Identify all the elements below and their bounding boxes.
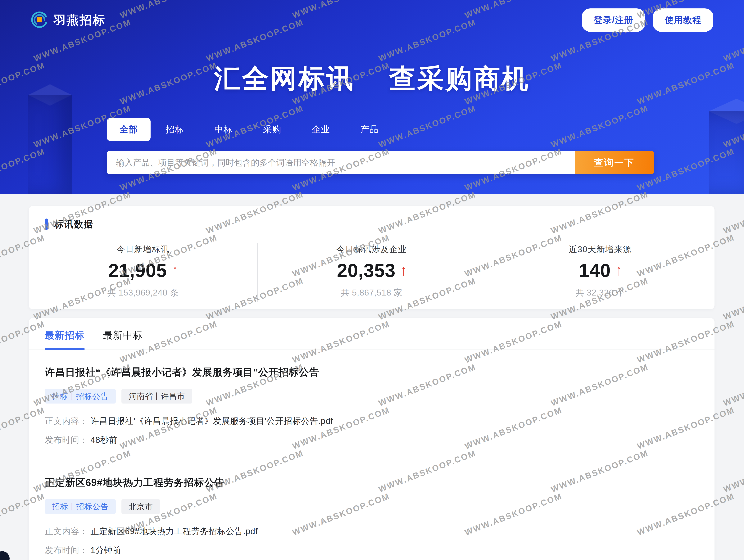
watermark-text: WWW.ABSKOOP.COM — [722, 448, 744, 494]
section-marker-bar — [45, 219, 48, 230]
tab-winning[interactable]: 中标 — [199, 118, 248, 141]
trend-up-icon: ↑ — [401, 261, 406, 279]
stat-value: 140 — [579, 260, 611, 281]
stats-row: 今日新增标讯 21,905 ↑ 共 153,969,240 条 今日标讯涉及企业… — [29, 242, 714, 298]
tutorial-button[interactable]: 使用教程 — [653, 8, 713, 32]
cube-body-face — [28, 95, 72, 194]
hero-title-left: 汇全网标讯 — [214, 61, 355, 97]
stat-value: 20,353 — [337, 260, 396, 281]
tab-all[interactable]: 全部 — [107, 118, 151, 141]
stat-enterprises-today: 今日标讯涉及企业 20,353 ↑ 共 5,867,518 家 — [257, 242, 486, 298]
watermark-text: WWW.ABSKOOP.COM — [722, 190, 744, 236]
time-label: 发布时间： — [45, 546, 88, 555]
stat-total: 共 32,326 个 — [486, 287, 714, 298]
stat-total: 共 5,867,518 家 — [257, 287, 486, 298]
item-time-row: 发布时间： 1分钟前 — [45, 545, 698, 556]
content-label: 正文内容： — [45, 526, 88, 536]
cube-decoration-right — [709, 99, 744, 194]
list-item: 许昌日报社“《许昌晨报小记者》发展服务项目”公开招标公告 招标丨招标公告 河南省… — [29, 366, 714, 460]
stat-value-row: 21,905 ↑ — [29, 260, 257, 281]
cube-body-face — [709, 111, 744, 194]
item-title-link[interactable]: 正定新区69#地块热力工程劳务招标公告 — [45, 476, 698, 489]
stat-label: 今日新增标讯 — [29, 244, 257, 255]
stat-label: 今日标讯涉及企业 — [257, 244, 486, 255]
tab-latest-winnings[interactable]: 最新中标 — [103, 329, 143, 349]
stats-card: 标讯数据 今日新增标讯 21,905 ↑ 共 153,969,240 条 今日标… — [29, 206, 714, 309]
stat-new-sources-30days: 近30天新增来源 140 ↑ 共 32,326 个 — [486, 242, 714, 298]
hero-section: 羽燕招标 登录/注册 使用教程 汇全网标讯 查采购商机 全部 招标 中标 采购 … — [0, 0, 744, 194]
stat-value-row: 140 ↑ — [486, 260, 714, 281]
login-register-button[interactable]: 登录/注册 — [582, 8, 645, 32]
watermark-text: WWW.ABSKOOP.COM — [722, 362, 744, 408]
list-tabs: 最新招标 最新中标 — [29, 318, 714, 350]
content-value: 许昌日报社'《许昌晨报小记者》发展服务项目'公开招标公告.pdf — [90, 416, 333, 425]
stats-section-header: 标讯数据 — [29, 206, 714, 230]
time-label: 发布时间： — [45, 435, 88, 445]
search-bar: 查询一下 — [107, 151, 654, 174]
corner-decoration — [0, 551, 9, 560]
item-tags: 招标丨招标公告 北京市 — [45, 499, 698, 514]
divider — [45, 460, 698, 460]
item-title-link[interactable]: 许昌日报社“《许昌晨报小记者》发展服务项目”公开招标公告 — [45, 366, 698, 379]
tag-category-badge: 招标丨招标公告 — [45, 499, 116, 514]
hero-title-right: 查采购商机 — [389, 61, 530, 97]
tab-latest-tenders[interactable]: 最新招标 — [45, 329, 85, 349]
header-actions: 登录/注册 使用教程 — [582, 8, 713, 32]
stat-total: 共 153,969,240 条 — [29, 287, 257, 298]
tag-region-badge: 北京市 — [121, 499, 160, 514]
tag-category-badge: 招标丨招标公告 — [45, 389, 116, 404]
item-time-row: 发布时间： 48秒前 — [45, 434, 698, 446]
stat-value: 21,905 — [108, 260, 167, 281]
search-input[interactable] — [107, 151, 575, 174]
cube-decoration-left — [28, 84, 72, 194]
tab-procurement[interactable]: 采购 — [248, 118, 297, 141]
stat-new-tenders-today: 今日新增标讯 21,905 ↑ 共 153,969,240 条 — [29, 242, 257, 298]
trend-up-icon: ↑ — [616, 261, 622, 279]
brand-name: 羽燕招标 — [53, 12, 106, 28]
item-content-row: 正文内容： 许昌日报社'《许昌晨报小记者》发展服务项目'公开招标公告.pdf — [45, 415, 698, 427]
watermark-text: WWW.ABSKOOP.COM — [722, 276, 744, 322]
item-content-row: 正文内容： 正定新区69#地块热力工程劳务招标公告.pdf — [45, 526, 698, 537]
search-category-tabs: 全部 招标 中标 采购 企业 产品 — [107, 118, 394, 141]
stats-section-title: 标讯数据 — [54, 218, 94, 230]
tab-enterprise[interactable]: 企业 — [297, 118, 345, 141]
search-button[interactable]: 查询一下 — [575, 151, 654, 174]
item-tags: 招标丨招标公告 河南省丨许昌市 — [45, 389, 698, 404]
tab-product[interactable]: 产品 — [345, 118, 394, 141]
stat-label: 近30天新增来源 — [486, 244, 714, 255]
list-item: 正定新区69#地块热力工程劳务招标公告 招标丨招标公告 北京市 正文内容： 正定… — [29, 476, 714, 560]
trend-up-icon: ↑ — [173, 261, 178, 279]
tab-tender[interactable]: 招标 — [151, 118, 199, 141]
time-value: 1分钟前 — [90, 546, 121, 555]
top-header: 羽燕招标 登录/注册 使用教程 — [0, 0, 744, 40]
tag-region-badge: 河南省丨许昌市 — [121, 389, 192, 404]
stat-value-row: 20,353 ↑ — [257, 260, 486, 281]
hero-title: 汇全网标讯 查采购商机 — [0, 61, 744, 97]
time-value: 48秒前 — [90, 435, 117, 445]
brand-logo[interactable]: 羽燕招标 — [31, 11, 106, 30]
content-value: 正定新区69#地块热力工程劳务招标公告.pdf — [90, 526, 258, 536]
content-label: 正文内容： — [45, 416, 88, 425]
logo-icon — [31, 11, 49, 30]
latest-list-card: 最新招标 最新中标 许昌日报社“《许昌晨报小记者》发展服务项目”公开招标公告 招… — [29, 318, 714, 560]
